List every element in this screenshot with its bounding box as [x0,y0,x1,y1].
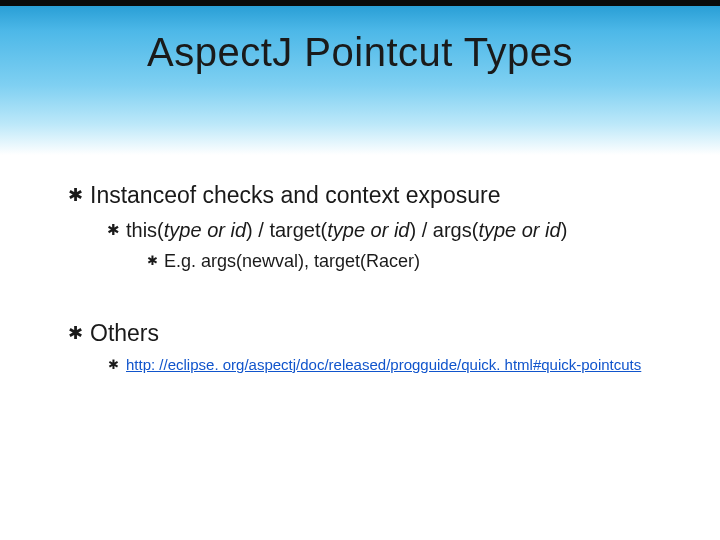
section2-link-row: http: //eclipse. org/aspectj/doc/release… [126,354,641,376]
section2-heading: Others [90,318,159,348]
sig-arg: type or id [478,219,560,241]
sig-arg: type or id [164,219,246,241]
section1-signature: this(type or id) / target(type or id) / … [126,216,567,244]
sig-close: ) [561,219,568,241]
sig-this: this( [126,219,164,241]
sig-args: ) / args( [409,219,478,241]
asterisk-icon: ✱ [60,180,90,210]
section1-heading: Instanceof checks and context exposure [90,180,500,210]
header-gradient [0,0,720,155]
bullet-level3: ✱ E.g. args(newval), target(Racer) [140,248,670,274]
slide-body: ✱ Instanceof checks and context exposure… [60,180,670,380]
slide-title: AspectJ Pointcut Types [0,30,720,75]
asterisk-icon: ✱ [140,248,164,274]
docs-link[interactable]: http: //eclipse. org/aspectj/doc/release… [126,356,641,373]
bullet-level2: ✱ http: //eclipse. org/aspectj/doc/relea… [100,354,670,376]
bullet-level1: ✱ Others [60,318,670,348]
section1-example: E.g. args(newval), target(Racer) [164,248,420,274]
sig-arg: type or id [327,219,409,241]
asterisk-icon: ✱ [60,318,90,348]
sig-target: ) / target( [246,219,327,241]
spacer [60,278,670,318]
bullet-level1: ✱ Instanceof checks and context exposure [60,180,670,210]
asterisk-icon: ✱ [100,216,126,244]
bullet-level2: ✱ this(type or id) / target(type or id) … [100,216,670,244]
asterisk-icon: ✱ [100,354,126,376]
slide: AspectJ Pointcut Types ✱ Instanceof chec… [0,0,720,540]
